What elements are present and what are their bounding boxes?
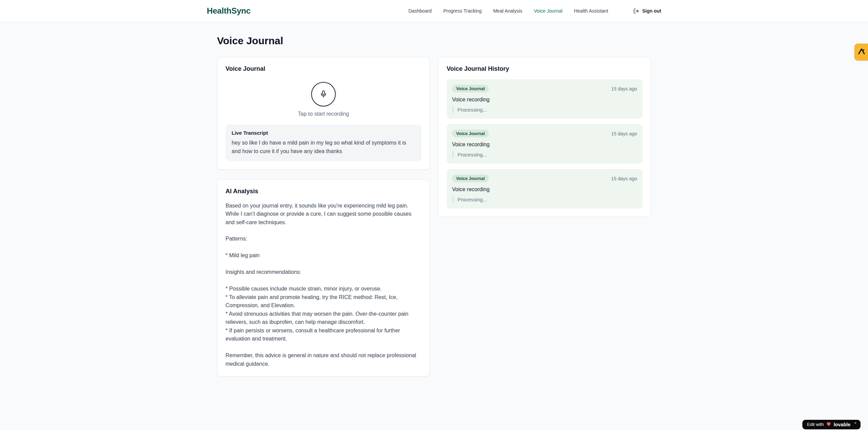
entry-type-badge: Voice Journal [452, 175, 489, 182]
nav-item-health-assistant[interactable]: Health Assistant [574, 8, 608, 14]
ai-analysis-card: AI Analysis Based on your journal entry,… [217, 179, 430, 377]
entry-label: Voice recording [452, 142, 637, 148]
history-entry[interactable]: Voice Journal 15 days ago Voice recordin… [447, 169, 642, 209]
ai-analysis-body: Based on your journal entry, it sounds l… [226, 202, 421, 368]
ai-analysis-title: AI Analysis [226, 188, 421, 195]
entry-type-badge: Voice Journal [452, 130, 489, 137]
recorder-card-title: Voice Journal [226, 65, 421, 72]
history-entry[interactable]: Voice Journal 15 days ago Voice recordin… [447, 124, 642, 164]
lovable-wordmark: lovable [834, 422, 851, 427]
microphone-icon [320, 90, 327, 99]
nav-item-voice-journal[interactable]: Voice Journal [534, 8, 563, 14]
page-title: Voice Journal [217, 35, 651, 47]
lovable-tab-icon [857, 47, 866, 57]
entry-status: Processing... [453, 196, 637, 203]
left-column: Voice Journal Tap to start recording [217, 57, 430, 377]
voice-recorder-card: Voice Journal Tap to start recording [217, 57, 430, 170]
lovable-select-tab[interactable] [854, 44, 868, 61]
edit-badge-prefix: Edit with [807, 422, 824, 427]
entry-timestamp: 15 days ago [611, 86, 637, 92]
app-logo[interactable]: HealthSync [207, 6, 251, 16]
entry-label: Voice recording [452, 97, 637, 103]
main-content: Voice Journal Voice Journal [217, 22, 651, 377]
close-icon[interactable]: × [854, 421, 856, 425]
edit-with-lovable-badge[interactable]: Edit with lovable × [802, 420, 861, 429]
history-card-title: Voice Journal History [447, 65, 642, 72]
sign-out-label: Sign out [642, 8, 661, 14]
history-entry[interactable]: Voice Journal 15 days ago Voice recordin… [447, 79, 642, 119]
live-transcript-title: Live Transcript [232, 130, 415, 136]
entry-label: Voice recording [452, 186, 637, 193]
tap-to-record-hint: Tap to start recording [226, 111, 421, 117]
live-transcript-text: hey so like I do have a mild pain in my … [232, 139, 415, 156]
log-out-icon [633, 8, 639, 14]
nav-item-meal-analysis[interactable]: Meal Analysis [493, 8, 522, 14]
nav-item-progress-tracking[interactable]: Progress Tracking [443, 8, 482, 14]
nav-item-dashboard[interactable]: Dashboard [408, 8, 432, 14]
main-nav: Dashboard Progress Tracking Meal Analysi… [408, 8, 661, 14]
right-column: Voice Journal History Voice Journal 15 d… [438, 57, 651, 217]
entry-status: Processing... [453, 106, 637, 113]
live-transcript-box: Live Transcript hey so like I do have a … [226, 125, 421, 161]
sign-out-button[interactable]: Sign out [633, 8, 661, 14]
entry-timestamp: 15 days ago [611, 176, 637, 181]
entry-timestamp: 15 days ago [611, 131, 637, 136]
entry-type-badge: Voice Journal [452, 85, 489, 93]
recorder-area: Tap to start recording [226, 79, 421, 117]
voice-journal-history-card: Voice Journal History Voice Journal 15 d… [438, 57, 651, 217]
entry-status: Processing... [453, 151, 637, 158]
record-button[interactable] [311, 82, 336, 106]
lovable-heart-icon [826, 421, 831, 427]
top-navbar: HealthSync Dashboard Progress Tracking M… [0, 0, 868, 22]
